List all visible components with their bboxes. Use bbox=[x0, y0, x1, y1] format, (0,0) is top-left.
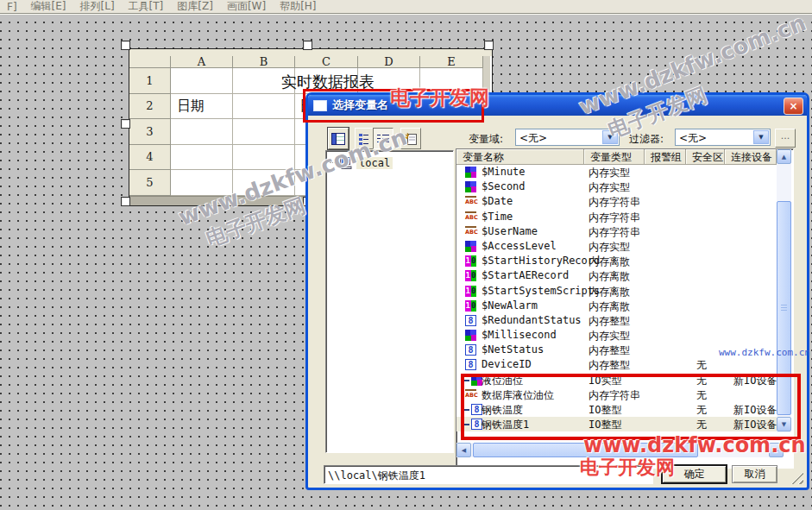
selection-handle[interactable] bbox=[303, 41, 312, 50]
table-view-icon bbox=[331, 133, 345, 145]
variable-name: $Millisecond bbox=[482, 329, 557, 341]
list-column-header[interactable]: 变量类型 bbox=[584, 149, 645, 165]
new-variable-button[interactable] bbox=[400, 128, 421, 149]
integer-type-icon: 8 bbox=[465, 359, 476, 370]
variable-row[interactable]: 8钢铁温度1IO整型无新IO设备 bbox=[456, 417, 777, 431]
list-column-header[interactable]: 报警组 bbox=[645, 149, 686, 165]
variable-name: $RedundantStatus bbox=[482, 314, 582, 326]
filter-value: <无> bbox=[679, 131, 707, 146]
variable-row[interactable]: $Minute内存实型 bbox=[456, 165, 777, 179]
horizontal-scroll-thumb[interactable] bbox=[473, 443, 698, 457]
variable-row[interactable]: 8钢铁温度IO整型无新IO设备 bbox=[456, 402, 777, 417]
filter-combo[interactable]: <无> ▼ bbox=[675, 129, 771, 146]
sheet-cell[interactable] bbox=[233, 94, 295, 120]
menu-item[interactable]: 工具[T] bbox=[122, 0, 171, 14]
menu-item[interactable]: 帮助[H] bbox=[273, 0, 323, 14]
sheet-cell[interactable] bbox=[233, 119, 295, 145]
sheet-cell[interactable] bbox=[171, 119, 233, 145]
variable-row[interactable]: 液位油位IO实型无新IO设备 bbox=[456, 373, 777, 387]
menu-item[interactable]: 图库[Z] bbox=[170, 0, 220, 14]
list-column-header[interactable]: 变量名称 bbox=[456, 149, 584, 165]
menu-item[interactable]: 编辑[E] bbox=[24, 0, 73, 14]
scroll-left-icon[interactable]: ◀ bbox=[456, 443, 471, 457]
row-header[interactable]: 5 bbox=[129, 170, 171, 196]
scroll-up-icon[interactable]: ▲ bbox=[777, 149, 791, 164]
selection-handle[interactable] bbox=[484, 41, 494, 50]
chevron-down-icon[interactable]: ▼ bbox=[753, 130, 769, 144]
close-button[interactable]: × bbox=[784, 98, 803, 115]
selected-variable-path-field[interactable] bbox=[324, 465, 653, 484]
variable-row[interactable]: $Second内存实型 bbox=[456, 179, 777, 194]
column-header[interactable]: C bbox=[295, 56, 358, 68]
column-header[interactable]: E bbox=[420, 56, 483, 68]
application-window: F]编辑[E]排列[L]工具[T]图库[Z]画面[W]帮助[H] ABCDE 1… bbox=[0, 0, 812, 510]
menu-item[interactable]: F] bbox=[0, 1, 24, 13]
sheet-cell-title[interactable]: 实时数据报表 bbox=[172, 69, 484, 94]
variable-row[interactable]: 10$StartHistoryRecord内存离散 bbox=[456, 254, 777, 268]
row-header[interactable]: 2 bbox=[129, 94, 171, 120]
resize-grip[interactable] bbox=[791, 472, 803, 484]
scroll-right-icon[interactable]: ▶ bbox=[769, 443, 784, 457]
variable-type: 内存实型 bbox=[589, 329, 630, 343]
row-header[interactable]: 3 bbox=[129, 119, 171, 145]
variable-type: IO实型 bbox=[589, 374, 621, 388]
view-details-button[interactable] bbox=[373, 128, 393, 149]
variable-row[interactable]: 8$RedundantStatus内存整型 bbox=[456, 313, 777, 328]
row-header[interactable]: 4 bbox=[129, 145, 171, 171]
scroll-down-icon[interactable]: ▼ bbox=[777, 417, 791, 431]
variable-row[interactable]: 10$NewAlarm内存离散 bbox=[456, 299, 777, 313]
chevron-down-icon[interactable]: ▼ bbox=[602, 130, 618, 144]
variable-type: IO整型 bbox=[589, 403, 621, 418]
variable-security-zone: 无 bbox=[696, 418, 707, 432]
sheet-cell[interactable] bbox=[171, 145, 233, 171]
selection-handle[interactable] bbox=[121, 41, 130, 50]
variable-row[interactable]: ABC$UserName内存字符串 bbox=[456, 224, 777, 239]
variable-type: 内存字符串 bbox=[589, 225, 640, 240]
real-type-icon bbox=[465, 167, 476, 178]
row-header[interactable]: 1 bbox=[129, 68, 171, 94]
variable-list-panel: 变量名称变量类型报警组安全区连接设备 $Minute内存实型$Second内存实… bbox=[456, 148, 794, 469]
variable-row[interactable]: $Millisecond内存实型 bbox=[456, 328, 777, 343]
filter-label: 过滤器: bbox=[629, 132, 664, 147]
tree-node-local[interactable]: local bbox=[330, 156, 393, 169]
variable-row[interactable]: ABC$Date内存字符串 bbox=[456, 194, 777, 209]
variable-row[interactable]: 8DeviceID内存整型无 bbox=[456, 357, 777, 372]
variable-row[interactable]: ABC$Time内存字符串 bbox=[456, 210, 777, 224]
dialog-titlebar[interactable]: 选择变量名 bbox=[308, 95, 807, 116]
variable-row[interactable]: 8$NetStatus内存整型 bbox=[456, 343, 777, 357]
vertical-scrollbar[interactable]: ▲ ▼ bbox=[777, 149, 791, 432]
variable-type: 内存离散 bbox=[589, 255, 630, 269]
cancel-button[interactable]: 取消 bbox=[732, 465, 777, 483]
menu-item[interactable]: 画面[W] bbox=[220, 0, 273, 14]
sheet-cell[interactable] bbox=[171, 170, 233, 196]
selection-handle[interactable] bbox=[121, 119, 130, 129]
ok-button[interactable]: 确定 bbox=[661, 464, 727, 484]
list-column-header[interactable]: 连接设备 bbox=[725, 149, 777, 165]
variable-row[interactable]: 10$StartAERecord内存离散 bbox=[456, 268, 777, 283]
variable-device: 新IO设备 bbox=[733, 374, 777, 388]
tree-node-label: local bbox=[356, 157, 393, 169]
more-button[interactable]: ... bbox=[775, 129, 796, 148]
sheet-cell[interactable] bbox=[233, 170, 295, 196]
real-type-icon bbox=[465, 241, 476, 252]
variable-row[interactable]: $AccessLevel内存实型 bbox=[456, 239, 777, 254]
variable-type: 内存离散 bbox=[589, 299, 630, 314]
sheet-cell[interactable] bbox=[233, 145, 295, 171]
sheet-cell-a2[interactable]: 日期 bbox=[177, 98, 205, 116]
horizontal-scrollbar[interactable]: ◀ ▶ bbox=[456, 443, 784, 457]
column-header[interactable]: A bbox=[171, 56, 233, 68]
station-tree-panel[interactable]: local bbox=[325, 150, 454, 453]
scope-label: 变量域: bbox=[469, 132, 503, 147]
menu-bar: F]编辑[E]排列[L]工具[T]图库[Z]画面[W]帮助[H] bbox=[0, 0, 812, 14]
list-column-header[interactable]: 安全区 bbox=[686, 149, 725, 165]
selection-handle[interactable] bbox=[121, 197, 130, 206]
list-header: 变量名称变量类型报警组安全区连接设备 bbox=[456, 149, 777, 165]
column-header[interactable]: D bbox=[358, 56, 420, 68]
menu-item[interactable]: 排列[L] bbox=[73, 0, 122, 14]
vertical-scroll-thumb[interactable] bbox=[777, 201, 791, 415]
variable-row[interactable]: 10$StartSystemScripts内存离散 bbox=[456, 284, 777, 299]
scope-combo[interactable]: <无> ▼ bbox=[515, 129, 620, 146]
variable-row[interactable]: ABC数据库液位油位内存字符串无 bbox=[456, 387, 777, 402]
view-table-button[interactable] bbox=[328, 128, 349, 149]
column-header[interactable]: B bbox=[233, 56, 295, 68]
